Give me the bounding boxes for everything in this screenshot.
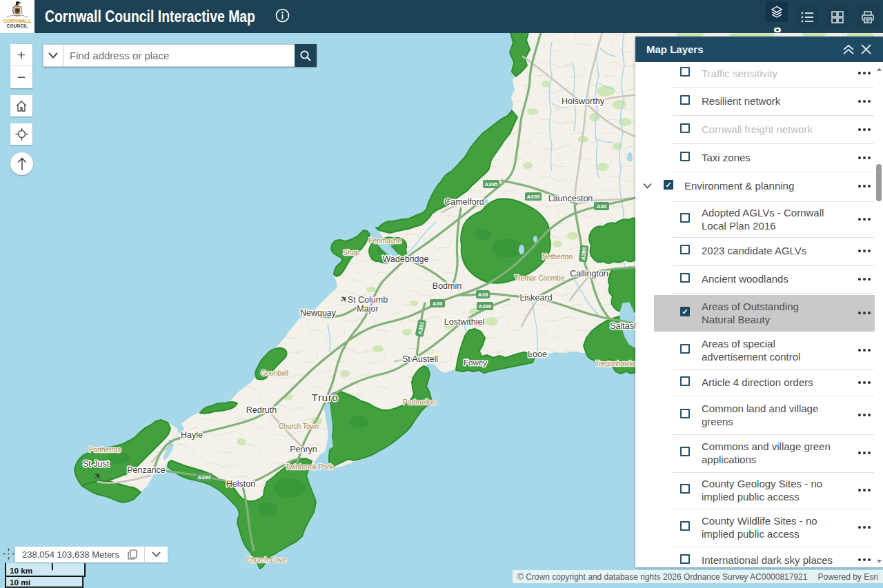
svg-text:10 km: 10 km [10, 566, 32, 576]
svg-text:Netherton: Netherton [542, 253, 573, 261]
svg-text:Hayle: Hayle [181, 430, 203, 440]
svg-text:Penryn: Penryn [290, 445, 317, 454]
svg-text:A390: A390 [478, 303, 492, 310]
svg-text:Newquay: Newquay [300, 308, 337, 318]
svg-text:Liskeard: Liskeard [519, 293, 552, 303]
svg-text:Tremar Coombe: Tremar Coombe [515, 274, 565, 282]
svg-text:Helston: Helston [226, 479, 255, 489]
svg-text:Major: Major [357, 304, 378, 314]
svg-text:A38: A38 [478, 292, 488, 298]
svg-text:A395: A395 [484, 181, 498, 187]
svg-text:Truro: Truro [312, 392, 339, 403]
svg-text:Portmellon: Portmellon [403, 398, 436, 406]
svg-text:Church Town: Church Town [279, 423, 319, 430]
svg-text:Saltash: Saltash [610, 321, 639, 331]
svg-text:Bodmin: Bodmin [433, 281, 462, 291]
svg-text:Camelford: Camelford [444, 197, 484, 207]
svg-text:A395: A395 [526, 194, 540, 200]
svg-text:Redruth: Redruth [246, 405, 277, 415]
svg-text:Launceston: Launceston [548, 194, 593, 203]
svg-text:10 mi: 10 mi [10, 578, 30, 587]
svg-text:St Columb: St Columb [348, 295, 388, 305]
svg-text:A394: A394 [197, 474, 211, 480]
svg-text:Penzance: Penzance [127, 465, 166, 475]
svg-text:A30: A30 [597, 203, 607, 210]
svg-text:Penmayne: Penmayne [368, 237, 401, 245]
svg-text:Lostwithiel: Lostwithiel [444, 317, 484, 327]
svg-text:St Austell: St Austell [402, 354, 438, 364]
svg-text:Callington: Callington [570, 269, 608, 278]
svg-text:Church Cove: Church Cove [246, 556, 287, 564]
svg-text:Goonbell: Goonbell [261, 369, 288, 377]
svg-text:Fowey: Fowey [464, 358, 487, 367]
svg-text:St Just: St Just [83, 459, 110, 469]
svg-text:Twinbrook Park: Twinbrook Park [286, 463, 334, 471]
svg-text:Wadebridge: Wadebridge [383, 254, 429, 264]
svg-text:Looe: Looe [528, 349, 547, 359]
svg-text:A30: A30 [433, 301, 443, 307]
svg-text:Holsworthy: Holsworthy [562, 97, 605, 106]
svg-text:Portherras: Portherras [89, 446, 121, 454]
svg-text:Tregonhawke: Tregonhawke [595, 360, 637, 367]
svg-text:Shop: Shop [343, 249, 359, 256]
